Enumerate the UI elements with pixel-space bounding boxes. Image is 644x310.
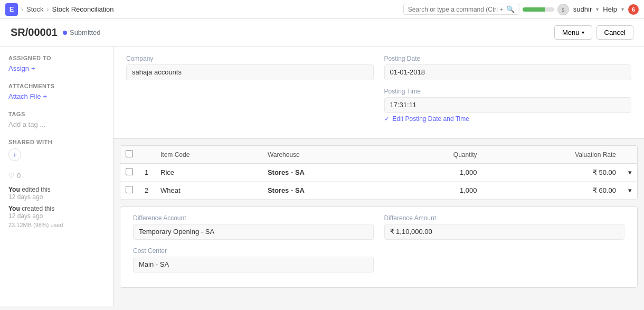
notification-badge[interactable]: 6	[628, 4, 639, 15]
table-body: 1 Rice Stores - SA 1,000 ₹ 50.00 ▾ 2 Whe…	[120, 164, 637, 200]
edit-posting-check[interactable]: ✓ Edit Posting Date and Time	[384, 115, 632, 123]
posting-date-label: Posting Date	[384, 55, 632, 62]
posting-date-group: Posting Date 01-01-2018	[384, 55, 632, 80]
attach-file-text: Attach File	[8, 92, 41, 100]
row-item-code[interactable]: Rice	[155, 164, 262, 182]
activity2-action: created this	[22, 205, 54, 212]
attach-plus-icon: +	[43, 92, 47, 100]
row-quantity[interactable]: 1,000	[390, 164, 482, 182]
cost-center-placeholder	[384, 247, 625, 273]
activity2: You created this 12 days ago	[8, 205, 105, 220]
tags-section: TAGS Add a tag ...	[8, 111, 105, 128]
likes-area[interactable]: ♡ 0	[8, 172, 105, 180]
row-quantity[interactable]: 1,000	[390, 182, 482, 200]
table-header-row: Item Code Warehouse Quantity Valuation R…	[120, 146, 637, 164]
row-item-code[interactable]: Wheat	[155, 182, 262, 200]
username[interactable]: sudhir	[573, 5, 592, 13]
shared-with-label: SHARED WITH	[8, 139, 105, 145]
shared-with-section: SHARED WITH +	[8, 139, 105, 161]
activity2-time: 12 days ago	[8, 212, 43, 220]
items-table: Item Code Warehouse Quantity Valuation R…	[120, 146, 637, 200]
row-valuation-rate[interactable]: ₹ 50.00	[482, 164, 621, 182]
page-header: SR/00001 Submitted Menu ▾ Cancel	[0, 19, 644, 46]
posting-date-value[interactable]: 01-01-2018	[384, 64, 632, 80]
attach-file-link[interactable]: Attach File +	[8, 92, 105, 100]
diff-row-2: Cost Center Main - SA	[133, 247, 624, 273]
diff-account-group: Difference Account Temporary Opening - S…	[133, 214, 374, 240]
col-valuation-rate-header: Valuation Rate	[482, 146, 621, 164]
diff-account-label: Difference Account	[133, 214, 374, 222]
page-title: SR/00001	[11, 26, 58, 39]
diff-amount-group: Difference Amount ₹ 1,10,000.00	[384, 214, 625, 240]
tags-label: TAGS	[8, 111, 105, 117]
col-checkbox-header	[120, 146, 139, 164]
status-dot	[63, 31, 67, 35]
diff-amount-value[interactable]: ₹ 1,10,000.00	[384, 224, 625, 240]
attachments-label: ATTACHMENTS	[8, 83, 105, 89]
row-checkbox[interactable]	[126, 168, 133, 175]
cost-center-label: Cost Center	[133, 247, 374, 255]
checkmark-icon: ✓	[384, 115, 390, 123]
add-tag[interactable]: Add a tag ...	[8, 120, 105, 128]
diff-amount-label: Difference Amount	[384, 214, 625, 222]
likes-count: 0	[17, 172, 21, 180]
menu-dropdown-icon: ▾	[582, 30, 584, 35]
help-link[interactable]: Help	[603, 5, 617, 13]
content-area: Company sahaja accounts Posting Date 01-…	[113, 46, 644, 306]
header-actions: Menu ▾ Cancel	[554, 25, 633, 40]
row-checkbox-cell	[120, 164, 139, 182]
edit-posting-label: Edit Posting Date and Time	[393, 115, 469, 123]
row-dropdown[interactable]: ▾	[621, 164, 637, 182]
progress-bar	[523, 7, 554, 12]
main-layout: ASSIGNED TO Assign + ATTACHMENTS Attach …	[0, 46, 644, 306]
menu-button[interactable]: Menu ▾	[554, 25, 592, 40]
diff-account-value[interactable]: Temporary Opening - SA	[133, 224, 374, 240]
user-area: s sudhir ▾ Help ▾ 6	[557, 4, 639, 15]
status-area: Submitted	[63, 29, 101, 36]
row-warehouse[interactable]: Stores - SA	[262, 164, 391, 182]
col-item-code-header: Item Code	[155, 146, 262, 164]
activity2-actor: You	[8, 205, 20, 212]
form-section: Company sahaja accounts Posting Date 01-…	[113, 46, 644, 139]
breadcrumb-stock-reconciliation[interactable]: Stock Reconciliation	[52, 5, 114, 13]
row-warehouse[interactable]: Stores - SA	[262, 182, 391, 200]
items-table-section: Item Code Warehouse Quantity Valuation R…	[120, 145, 638, 200]
search-input[interactable]	[408, 6, 503, 13]
difference-section: Difference Account Temporary Opening - S…	[120, 206, 638, 288]
form-row-company-date: Company sahaja accounts Posting Date 01-…	[126, 55, 631, 80]
breadcrumb-sep1: ›	[21, 6, 23, 13]
col-warehouse-header: Warehouse	[262, 146, 391, 164]
col-num-header	[139, 146, 155, 164]
diff-row-1: Difference Account Temporary Opening - S…	[133, 214, 624, 240]
cost-center-value[interactable]: Main - SA	[133, 257, 374, 273]
add-shared-button[interactable]: +	[8, 148, 21, 161]
company-value[interactable]: sahaja accounts	[126, 64, 374, 80]
search-bar[interactable]: 🔍	[403, 4, 519, 15]
help-dropdown-icon[interactable]: ▾	[621, 6, 624, 12]
row-valuation-rate[interactable]: ₹ 60.00	[482, 182, 621, 200]
posting-time-label: Posting Time	[384, 88, 632, 95]
col-actions-header	[621, 146, 637, 164]
row-checkbox[interactable]	[126, 186, 133, 193]
breadcrumb-sep2: ›	[47, 6, 49, 13]
select-all-checkbox[interactable]	[126, 150, 133, 157]
title-area: SR/00001 Submitted	[11, 26, 101, 39]
company-label: Company	[126, 55, 374, 62]
breadcrumb-stock[interactable]: Stock	[26, 5, 44, 13]
user-dropdown-icon[interactable]: ▾	[596, 6, 599, 12]
table-row: 2 Wheat Stores - SA 1,000 ₹ 60.00 ▾	[120, 182, 637, 200]
activity1: You edited this 12 days ago	[8, 186, 105, 201]
cancel-button[interactable]: Cancel	[596, 25, 633, 40]
assigned-to-label: ASSIGNED TO	[8, 55, 105, 61]
company-group: Company sahaja accounts	[126, 55, 374, 80]
progress-bar-fill	[523, 7, 545, 12]
col-quantity-header: Quantity	[390, 146, 482, 164]
posting-time-value[interactable]: 17:31:11	[384, 97, 632, 113]
sidebar: ASSIGNED TO Assign + ATTACHMENTS Attach …	[0, 46, 113, 306]
posting-time-group: Posting Time 17:31:11 ✓ Edit Posting Dat…	[384, 88, 632, 123]
assign-link[interactable]: Assign +	[8, 64, 105, 72]
row-dropdown[interactable]: ▾	[621, 182, 637, 200]
avatar: s	[557, 4, 569, 15]
table-row: 1 Rice Stores - SA 1,000 ₹ 50.00 ▾	[120, 164, 637, 182]
activity1-time: 12 days ago	[8, 193, 43, 201]
